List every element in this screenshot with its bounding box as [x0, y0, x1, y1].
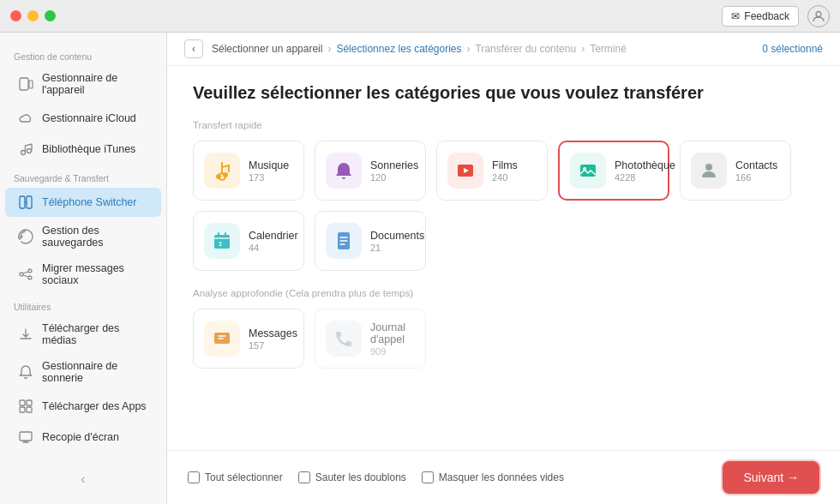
sidebar-section-utils-label: Utilitaires	[0, 293, 166, 315]
quick-transfer-grid: Musique 173 Sonneries 120	[193, 141, 814, 271]
traffic-lights	[10, 10, 56, 21]
svg-line-11	[23, 275, 28, 277]
category-movies[interactable]: Films 240	[436, 141, 548, 201]
skip-duplicates-input[interactable]	[298, 471, 310, 483]
svg-rect-21	[580, 165, 596, 177]
music-category-info: Musique 173	[249, 159, 289, 183]
minimize-button[interactable]	[27, 10, 39, 21]
call-log-category-name: Journal d'appel	[370, 321, 415, 345]
sidebar-item-apps-dl-label: Télécharger des Apps	[42, 400, 147, 412]
contacts-category-icon	[691, 153, 727, 189]
music-category-name: Musique	[249, 159, 289, 171]
movies-category-name: Films	[492, 159, 518, 171]
calendar-category-count: 44	[249, 243, 298, 253]
photos-category-icon	[570, 153, 606, 189]
category-contacts[interactable]: Contacts 166	[680, 141, 791, 201]
svg-rect-6	[27, 196, 32, 208]
feedback-label: Feedback	[744, 10, 789, 22]
svg-point-7	[20, 273, 23, 276]
svg-point-17	[216, 174, 221, 179]
breadcrumb-sep-3: ›	[581, 43, 585, 55]
hide-empty-checkbox[interactable]: Masquer les données vides	[422, 471, 564, 483]
titlebar-right: ✉ Feedback	[722, 5, 830, 27]
next-button[interactable]: Suivant →	[723, 461, 819, 494]
category-selection-area: Veuillez sélectionner les catégories que…	[167, 66, 840, 450]
phone-switcher-icon	[17, 194, 34, 211]
svg-rect-12	[20, 400, 25, 405]
hide-empty-input[interactable]	[422, 471, 434, 483]
sidebar-item-ringtone-label: Gestionnaire de sonnerie	[42, 360, 149, 384]
breadcrumb-back-button[interactable]: ‹	[184, 39, 203, 58]
category-calendar[interactable]: 3 Calendrier 44	[193, 211, 304, 271]
breadcrumb-step-1: Sélectionner un appareil	[212, 43, 322, 55]
contacts-category-name: Contacts	[735, 159, 777, 171]
main-content-area: ‹ Sélectionner un appareil › Sélectionne…	[167, 33, 840, 504]
category-music[interactable]: Musique 173	[193, 141, 304, 201]
photos-category-info: Photothèque 4228	[615, 159, 675, 183]
sidebar-item-apps-dl[interactable]: Télécharger des Apps	[5, 392, 161, 421]
sidebar-item-media-dl[interactable]: Télécharger des médias	[5, 316, 161, 352]
svg-text:3: 3	[219, 241, 222, 247]
category-documents[interactable]: Documents 21	[315, 211, 426, 271]
call-log-category-count: 909	[370, 346, 415, 357]
breadcrumb-step-3: Transférer du contenu	[476, 43, 577, 55]
maximize-button[interactable]	[45, 10, 56, 21]
category-messages[interactable]: Messages 157	[193, 309, 304, 369]
documents-category-icon	[326, 223, 362, 259]
svg-line-10	[23, 272, 28, 273]
documents-category-info: Documents 21	[370, 230, 424, 253]
apps-icon	[17, 398, 34, 415]
deep-analysis-grid: Messages 157 Journal d'appel 909	[193, 309, 814, 369]
sidebar-item-backup-manager[interactable]: Gestion des sauvegardes	[5, 219, 161, 255]
sidebar-item-screen-copy[interactable]: Recopie d'écran	[5, 423, 161, 452]
sidebar-item-itunes-label: Bibliothèque iTunes	[42, 143, 135, 155]
svg-point-8	[28, 269, 32, 273]
select-all-checkbox[interactable]: Tout sélectionner	[188, 471, 283, 483]
svg-point-3	[21, 151, 26, 155]
category-photos[interactable]: Photothèque 4228	[558, 141, 669, 201]
svg-rect-25	[218, 232, 219, 236]
close-button[interactable]	[10, 10, 21, 21]
svg-rect-1	[20, 78, 28, 90]
sidebar-item-screen-copy-label: Recopie d'écran	[42, 431, 119, 443]
breadcrumb-sep-2: ›	[467, 43, 471, 55]
messages-category-name: Messages	[249, 327, 297, 339]
sidebar-item-phone-switcher-label: Téléphone Switcher	[42, 196, 136, 208]
calendar-category-info: Calendrier 44	[249, 230, 298, 253]
photos-category-count: 4228	[615, 172, 675, 183]
ringtones-category-name: Sonneries	[370, 159, 418, 171]
sidebar-bottom: ‹	[0, 465, 166, 494]
breadcrumb-step-4: Terminé	[590, 43, 627, 55]
selection-count: 0 sélectionné	[762, 43, 823, 55]
messages-category-count: 157	[249, 340, 297, 351]
ringtones-category-count: 120	[370, 172, 418, 183]
category-call-log[interactable]: Journal d'appel 909	[315, 309, 426, 369]
sidebar-item-phone-switcher[interactable]: Téléphone Switcher	[5, 188, 161, 217]
sidebar-section-backup-label: Sauvegarde & Transfert	[0, 165, 166, 187]
sidebar-item-icloud[interactable]: Gestionnaire iCloud	[5, 104, 161, 133]
photos-category-name: Photothèque	[615, 159, 675, 171]
sidebar-item-ringtone[interactable]: Gestionnaire de sonnerie	[5, 354, 161, 390]
social-icon	[17, 266, 34, 283]
section-label-deep: Analyse approfondie (Cela prendra plus d…	[193, 288, 814, 298]
feedback-button[interactable]: ✉ Feedback	[722, 6, 799, 27]
skip-duplicates-checkbox[interactable]: Sauter les doublons	[298, 471, 406, 483]
bell-icon	[17, 363, 34, 381]
call-log-category-icon	[326, 321, 362, 357]
sidebar-item-backup-manager-label: Gestion des sauvegardes	[42, 225, 149, 249]
movies-category-icon	[447, 153, 483, 189]
breadcrumb-sep-1: ›	[327, 43, 331, 55]
sidebar-item-device-manager[interactable]: Gestionnaire de l'appareil	[5, 66, 161, 102]
user-account-icon[interactable]	[807, 5, 830, 27]
contacts-category-info: Contacts 166	[735, 159, 777, 183]
svg-rect-5	[20, 196, 25, 208]
movies-category-info: Films 240	[492, 159, 518, 183]
sidebar-section-content-label: Gestion de contenu	[0, 43, 166, 65]
category-ringtones[interactable]: Sonneries 120	[315, 141, 426, 201]
sidebar-collapse-button[interactable]: ‹	[12, 471, 154, 487]
select-all-input[interactable]	[188, 471, 200, 483]
calendar-category-icon: 3	[204, 223, 240, 259]
sidebar-item-itunes[interactable]: Bibliothèque iTunes	[5, 135, 161, 164]
sidebar-item-social-migrate[interactable]: Migrer messages sociaux	[5, 256, 161, 292]
sidebar: Gestion de contenu Gestionnaire de l'app…	[0, 33, 167, 504]
